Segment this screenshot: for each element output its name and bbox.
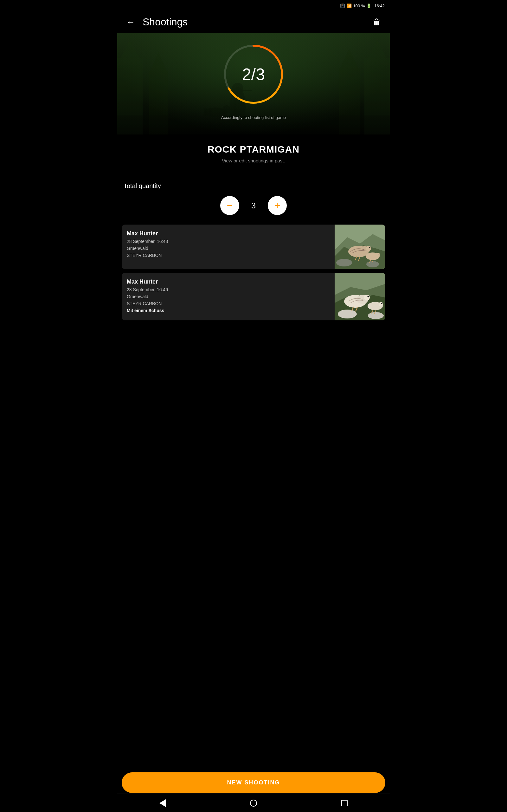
home-circle-icon bbox=[250, 800, 257, 807]
recent-square-icon bbox=[341, 800, 348, 806]
card-1-location: Gruenwald bbox=[127, 246, 330, 251]
nav-home-button[interactable] bbox=[242, 797, 265, 809]
card-1-weapon: STEYR CARBON bbox=[127, 253, 330, 258]
svg-point-32 bbox=[379, 254, 380, 255]
svg-point-26 bbox=[366, 246, 371, 251]
status-bar: 📳 📶 100 % 🔋 16:42 bbox=[117, 0, 390, 11]
clock: 16:42 bbox=[374, 3, 385, 8]
nav-back-button[interactable] bbox=[152, 797, 173, 809]
svg-point-43 bbox=[368, 296, 369, 298]
progress-center: 2/3 bbox=[222, 43, 285, 106]
card-1-info: Max Hunter 28 September, 16:43 Gruenwald… bbox=[122, 224, 335, 269]
svg-point-47 bbox=[379, 302, 383, 306]
page-title: Shootings bbox=[143, 16, 370, 28]
card-2-hunter-name: Max Hunter bbox=[127, 278, 330, 285]
decrement-button[interactable]: − bbox=[220, 196, 239, 215]
nav-recent-button[interactable] bbox=[334, 798, 355, 809]
quantity-value: 3 bbox=[249, 201, 258, 211]
new-shooting-button[interactable]: NEW SHOOTING bbox=[122, 772, 385, 793]
species-subtitle: View or edit shootings in past. bbox=[124, 158, 383, 163]
progress-fraction: 2/3 bbox=[242, 66, 265, 83]
quantity-controls: − 3 + bbox=[124, 196, 383, 215]
quantity-label: Total quantity bbox=[124, 183, 383, 190]
card-2-location: Gruenwald bbox=[127, 294, 330, 299]
increment-button[interactable]: + bbox=[268, 196, 287, 215]
wifi-icon: 📶 bbox=[347, 3, 352, 8]
shooting-card[interactable]: Max Hunter 28 September, 16:43 Gruenwald… bbox=[122, 224, 385, 269]
svg-point-31 bbox=[376, 253, 380, 257]
circular-progress: 2/3 bbox=[222, 43, 285, 106]
progress-container: 2/3 Accordingly to shooting list of game bbox=[117, 33, 390, 120]
svg-point-22 bbox=[336, 259, 352, 266]
card-1-hunter-name: Max Hunter bbox=[127, 230, 330, 237]
species-section: ROCK PTARMIGAN View or edit shootings in… bbox=[117, 135, 390, 179]
status-icons: 📳 📶 100 % 🔋 16:42 bbox=[340, 3, 385, 8]
back-triangle-icon bbox=[159, 799, 166, 807]
card-2-datetime: 28 September, 16:46 bbox=[127, 287, 330, 292]
species-name: ROCK PTARMIGAN bbox=[124, 144, 383, 155]
battery-percent: 100 % bbox=[353, 3, 365, 8]
vibrate-icon: 📳 bbox=[340, 3, 345, 8]
progress-subtitle: Accordingly to shooting list of game bbox=[202, 115, 305, 120]
bottom-spacer bbox=[117, 327, 390, 358]
card-1-image bbox=[335, 224, 385, 269]
svg-point-27 bbox=[369, 247, 371, 248]
svg-point-23 bbox=[366, 261, 379, 267]
svg-point-48 bbox=[381, 303, 383, 304]
card-2-note: Mit einem Schuss bbox=[127, 308, 330, 313]
card-2-info: Max Hunter 28 September, 16:46 Gruenwald… bbox=[122, 273, 335, 320]
bottom-action-area: NEW SHOOTING bbox=[122, 772, 385, 793]
battery-icon: 🔋 bbox=[366, 3, 372, 8]
bottom-nav-bar bbox=[117, 794, 390, 812]
shooting-card[interactable]: Max Hunter 28 September, 16:46 Gruenwald… bbox=[122, 273, 385, 320]
hero-section: 2/3 Accordingly to shooting list of game bbox=[117, 33, 390, 135]
card-1-datetime: 28 September, 16:43 bbox=[127, 239, 330, 244]
cards-section: Max Hunter 28 September, 16:43 Gruenwald… bbox=[117, 224, 390, 320]
delete-button[interactable]: 🗑 bbox=[370, 16, 383, 28]
ptarmigan-svg-1 bbox=[335, 224, 385, 269]
top-nav-bar: ← Shootings 🗑 bbox=[117, 11, 390, 33]
ptarmigan-svg-2 bbox=[335, 273, 385, 320]
svg-point-38 bbox=[338, 310, 357, 318]
back-button[interactable]: ← bbox=[124, 16, 137, 29]
card-2-weapon: STEYR CARBON bbox=[127, 301, 330, 306]
quantity-section: Total quantity − 3 + bbox=[117, 179, 390, 224]
card-2-image bbox=[335, 273, 385, 320]
svg-point-39 bbox=[368, 312, 384, 319]
svg-point-42 bbox=[364, 295, 370, 300]
